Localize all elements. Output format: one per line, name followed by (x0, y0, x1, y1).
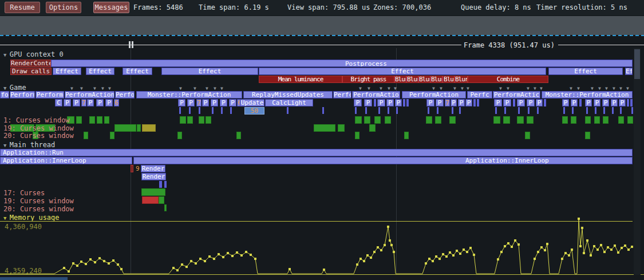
lock-row-label[interactable]: 1: Curses window (3, 116, 70, 124)
game-zone[interactable]: P (354, 99, 362, 107)
game-thread-header[interactable]: ▼ Game (3, 84, 26, 92)
gpu-pass-zone[interactable]: Blur (394, 76, 406, 83)
lock-event-box[interactable] (355, 132, 359, 139)
lock-event-box[interactable] (374, 116, 381, 124)
zone-tick[interactable] (579, 99, 582, 107)
vertical-scrollbar-thumb[interactable] (634, 49, 640, 79)
gpu-pass-zone[interactable]: Mean luminance (259, 76, 342, 83)
game-zone[interactable]: P (178, 99, 185, 107)
main-thread-header[interactable]: ▼ Main thread (3, 141, 55, 149)
gpu-postprocess-zone[interactable]: Postprocess (51, 60, 633, 67)
lock-event-box[interactable] (142, 124, 156, 132)
zone-tick[interactable] (437, 107, 438, 114)
game-zone[interactable]: 7 (445, 99, 450, 107)
game-zone[interactable]: PerformActio (352, 91, 400, 98)
zone-tick[interactable] (528, 107, 530, 114)
application-innerloop-zone[interactable] (133, 157, 633, 164)
game-zone[interactable]: P (436, 99, 444, 107)
lock-event-box[interactable] (97, 116, 102, 124)
render-zone[interactable]: Render (141, 173, 166, 180)
lock-event-box[interactable] (618, 116, 624, 124)
game-zone[interactable]: P (386, 99, 394, 107)
vertical-scrollbar-track[interactable] (634, 48, 641, 275)
lock-event-box[interactable] (141, 188, 165, 196)
lock-event-box[interactable] (180, 116, 186, 124)
zone-tick[interactable] (406, 99, 409, 107)
zone-tick[interactable] (403, 99, 405, 107)
lock-event-box[interactable] (364, 116, 370, 124)
lock-event-box[interactable] (338, 124, 345, 132)
lock-event-box[interactable] (114, 124, 136, 132)
game-zone[interactable]: P (364, 99, 372, 107)
game-zone[interactable]: PerformAction (402, 91, 466, 98)
game-zone[interactable]: Perfo (115, 91, 135, 98)
frame-sliver-zone[interactable] (131, 165, 133, 172)
game-zone[interactable]: P (451, 99, 457, 107)
frames-overview-band[interactable] (0, 16, 644, 35)
zone-tick[interactable] (374, 99, 376, 107)
lock-event-box[interactable] (627, 116, 633, 124)
game-zone[interactable]: 7 (196, 99, 202, 107)
zone-tick[interactable] (612, 107, 614, 114)
game-zone[interactable]: P (229, 99, 236, 107)
lock-row-label[interactable]: 19: Curses window (3, 124, 74, 132)
lock-event-box[interactable] (89, 116, 95, 124)
zone-tick[interactable] (518, 107, 520, 114)
lock-event-box[interactable] (355, 116, 362, 124)
lock-event-box[interactable] (525, 132, 530, 139)
gpu-pass-zone[interactable]: Blur (455, 76, 468, 83)
zone-tick[interactable] (388, 107, 389, 114)
game-zone[interactable]: P (585, 99, 592, 107)
gpu-effect-zone[interactable]: Effect (123, 68, 152, 75)
game-zone[interactable]: P (571, 99, 578, 107)
lock-row-label[interactable]: 19: Curses window (3, 197, 74, 205)
lock-event-box[interactable] (369, 124, 376, 132)
game-zone[interactable]: P (465, 99, 472, 107)
game-zone[interactable]: Monster::PerformAction (136, 91, 242, 98)
game-zone[interactable]: P (503, 99, 511, 107)
zone-tick[interactable] (179, 107, 181, 114)
lock-event-box[interactable] (449, 116, 456, 124)
zone-tick[interactable] (159, 181, 162, 188)
game-zone[interactable]: Perform (10, 91, 35, 98)
game-zone[interactable]: Update (240, 99, 264, 107)
lock-event-box[interactable] (137, 124, 141, 132)
lock-event-box[interactable] (164, 204, 167, 211)
lock-event-box[interactable] (404, 132, 409, 139)
game-zone[interactable]: Perfc (333, 91, 351, 98)
lock-event-box[interactable] (603, 116, 609, 124)
render-zone[interactable]: Render (141, 165, 165, 172)
zone-tick[interactable] (595, 107, 596, 114)
highlighted-zone[interactable]: 50 (244, 107, 264, 115)
lock-event-box[interactable] (435, 116, 441, 124)
zone-tick[interactable] (199, 107, 200, 114)
lock-event-box[interactable] (159, 196, 164, 204)
lock-event-box[interactable] (426, 116, 432, 124)
application-run-zone[interactable]: Application::Run (0, 149, 633, 156)
zone-tick[interactable] (603, 107, 605, 114)
game-zone[interactable]: 7 (81, 99, 86, 107)
zone-tick[interactable] (477, 99, 479, 107)
lock-event-box[interactable] (517, 116, 524, 124)
zone-tick[interactable] (164, 181, 167, 188)
zone-tick[interactable] (495, 107, 497, 114)
zone-tick[interactable] (378, 107, 380, 114)
game-zone[interactable]: P (494, 99, 502, 107)
zone-tick[interactable] (322, 107, 324, 114)
frame-collapse-handle[interactable] (129, 41, 131, 48)
zone-tick[interactable] (189, 107, 191, 114)
memory-usage-header[interactable]: ▼ Memory usage (3, 214, 60, 222)
game-zone[interactable]: P (611, 99, 618, 107)
lock-event-box[interactable] (199, 116, 204, 124)
frame-collapse-handle[interactable] (132, 41, 133, 48)
gpu-effect-zone[interactable]: Effect (259, 68, 546, 75)
zone-tick[interactable] (513, 99, 515, 107)
game-zone[interactable]: P (517, 99, 525, 107)
zone-tick[interactable] (355, 107, 357, 114)
options-button[interactable]: Options (46, 2, 81, 13)
lock-row-label[interactable]: 17: Curses (3, 189, 45, 197)
gpu-effect-zone[interactable]: Ef (625, 68, 633, 75)
zone-tick[interactable] (459, 107, 461, 114)
gpu-pass-zone[interactable]: Blu (442, 76, 455, 83)
lock-event-box[interactable] (571, 116, 576, 124)
